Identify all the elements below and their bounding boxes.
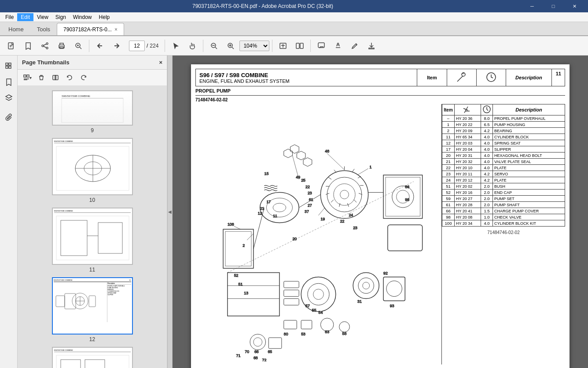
svg-line-99 bbox=[319, 208, 325, 216]
pdf-header-table: S96 / S97 / S98 COMBINE ENGINE, FUEL AND… bbox=[195, 69, 565, 86]
pdf-content: S96 / S97 / S98 COMBINE ENGINE, FUEL AND… bbox=[191, 64, 570, 368]
print-button[interactable] bbox=[54, 38, 70, 54]
svg-text:98: 98 bbox=[405, 197, 409, 202]
thumbnail-page-12[interactable]: S96/S97/S98 COMBINE11 bbox=[52, 277, 133, 342]
part-description: CYLINDER BLOCK KIT bbox=[493, 220, 565, 227]
hand-tool-button[interactable] bbox=[184, 38, 200, 54]
svg-rect-71 bbox=[383, 175, 423, 218]
redo-button[interactable] bbox=[77, 71, 90, 84]
zoom-in-button[interactable] bbox=[223, 38, 239, 54]
part-description: PUMP HOUSING bbox=[493, 122, 565, 128]
svg-text:58: 58 bbox=[342, 331, 347, 336]
left-panel-strip bbox=[0, 56, 18, 368]
tab-document[interactable]: 79037182A-RTS-0... × bbox=[57, 23, 124, 35]
quantity: 4.2 bbox=[481, 171, 493, 177]
part-number: HY 20 11 bbox=[455, 171, 481, 177]
page-total: 224 bbox=[150, 43, 158, 49]
svg-rect-11 bbox=[300, 43, 303, 48]
separator-5 bbox=[310, 40, 311, 52]
menu-view[interactable]: View bbox=[33, 13, 52, 21]
comment-button[interactable] bbox=[313, 38, 329, 54]
zoom-out-button[interactable] bbox=[206, 38, 222, 54]
svg-rect-16 bbox=[9, 66, 11, 68]
svg-text:66: 66 bbox=[405, 185, 409, 189]
svg-rect-15 bbox=[6, 66, 8, 68]
delete-page-button[interactable] bbox=[35, 71, 48, 84]
svg-text:23: 23 bbox=[353, 226, 357, 230]
item-number: 17 bbox=[442, 146, 455, 152]
layers-button[interactable] bbox=[2, 91, 16, 105]
highlight-button[interactable] bbox=[330, 38, 346, 54]
menu-sign[interactable]: Sign bbox=[52, 13, 70, 21]
tab-close-button[interactable]: × bbox=[114, 26, 118, 33]
svg-point-54 bbox=[320, 171, 368, 218]
part-description: BUSH bbox=[493, 183, 565, 190]
markup-button[interactable] bbox=[347, 38, 363, 54]
svg-text:49: 49 bbox=[296, 175, 300, 179]
pdf-viewer-area[interactable]: S96 / S97 / S98 COMBINE ENGINE, FUEL AND… bbox=[173, 56, 588, 368]
export-button[interactable] bbox=[364, 38, 379, 54]
svg-rect-17 bbox=[24, 75, 26, 77]
part-description: CHECK VALVE bbox=[493, 214, 565, 220]
close-button[interactable]: ✕ bbox=[564, 0, 584, 12]
enhance-button[interactable] bbox=[70, 38, 86, 54]
thumbnail-page-11[interactable]: S96/S97/S98 COMBINE 11 bbox=[52, 208, 133, 273]
tab-home[interactable]: Home bbox=[2, 23, 30, 35]
item-number: 20 bbox=[442, 152, 455, 159]
table-row: 12 HY 20 03 4.0 SPRING SEAT bbox=[442, 140, 565, 146]
part-description: SLIPPER bbox=[493, 146, 565, 152]
thumbnail-page-13[interactable]: S96/S97/S98 COMBINE 13 bbox=[52, 347, 133, 368]
select-tool-button[interactable] bbox=[168, 38, 184, 54]
sidebar-collapse-handle[interactable]: ◀ bbox=[167, 56, 173, 368]
table-row: 21 HY 20 32 4.0 VALVE PLATE SEAL bbox=[442, 159, 565, 165]
tab-tools[interactable]: Tools bbox=[30, 23, 57, 35]
separator-1 bbox=[89, 40, 89, 52]
table-row: 24 HY 20 12 4.2 PLATE bbox=[442, 177, 565, 183]
table-row: 66 HY 20 41 1.5 CHARGE PUMP COVER bbox=[442, 208, 565, 214]
item-number: 23 bbox=[442, 171, 455, 177]
sidebar-close-button[interactable]: × bbox=[159, 59, 162, 66]
menu-edit[interactable]: Edit bbox=[17, 13, 33, 21]
quantity: 4.0 bbox=[481, 159, 493, 165]
menu-file[interactable]: File bbox=[2, 13, 17, 21]
part-description: SERVO bbox=[493, 171, 565, 177]
two-page-button[interactable] bbox=[292, 38, 308, 54]
fit-page-button[interactable] bbox=[275, 38, 291, 54]
thumbnail-page-10[interactable]: S96/S97/S98 COMBINE 10 bbox=[52, 138, 133, 203]
svg-point-2 bbox=[42, 45, 44, 47]
item-number: 11 bbox=[442, 134, 455, 140]
sidebar-header: Page Thumbnails × bbox=[18, 56, 167, 70]
new-document-button[interactable] bbox=[4, 38, 19, 54]
sidebar-toggle-button[interactable] bbox=[2, 59, 16, 73]
undo-button[interactable] bbox=[63, 71, 76, 84]
menu-window[interactable]: Window bbox=[70, 13, 96, 21]
maximize-button[interactable]: □ bbox=[543, 0, 563, 12]
minimize-button[interactable]: ─ bbox=[522, 0, 542, 12]
table-row: – HY 20 36 8.0 PROPEL PUMP OVERHAUL bbox=[442, 115, 565, 122]
share-button[interactable] bbox=[37, 38, 53, 54]
part-number: HY 20 16 bbox=[455, 190, 481, 196]
table-row: 59 HY 20 27 2.0 PUMP SET bbox=[442, 196, 565, 202]
thumbnails-container: S96/S97/S98 COMBINE 9 S96/S97/S98 COMBIN… bbox=[18, 86, 167, 368]
quantity: 4.2 bbox=[481, 128, 493, 134]
thumbnail-label-9: 9 bbox=[91, 127, 94, 134]
menu-help[interactable]: Help bbox=[96, 13, 114, 21]
svg-marker-53 bbox=[303, 158, 312, 167]
bookmark-button[interactable] bbox=[20, 38, 36, 54]
bookmarks-button[interactable] bbox=[2, 75, 16, 89]
window-title: 79037182A-RTS-00-EN.pdf - Adobe Acrobat … bbox=[4, 3, 522, 9]
quantity: 2.0 bbox=[481, 183, 493, 190]
next-page-button[interactable] bbox=[109, 38, 125, 54]
item-number: 51 bbox=[442, 183, 455, 190]
attachment-button[interactable] bbox=[2, 110, 16, 124]
prev-page-button[interactable] bbox=[92, 38, 108, 54]
zoom-select[interactable]: 104% 75% 100% 125% 150% bbox=[239, 41, 269, 51]
svg-text:S96/S97/S98 COMBINE: S96/S97/S98 COMBINE bbox=[62, 95, 90, 97]
svg-text:65: 65 bbox=[268, 349, 272, 354]
page-number-input[interactable] bbox=[129, 41, 145, 51]
thumbnail-options-button[interactable]: ▾ bbox=[21, 71, 33, 84]
extract-page-button[interactable] bbox=[49, 71, 62, 84]
thumbnail-page-9[interactable]: S96/S97/S98 COMBINE 9 bbox=[52, 90, 133, 134]
separator-3 bbox=[203, 40, 203, 52]
item-number: 24 bbox=[442, 177, 455, 183]
